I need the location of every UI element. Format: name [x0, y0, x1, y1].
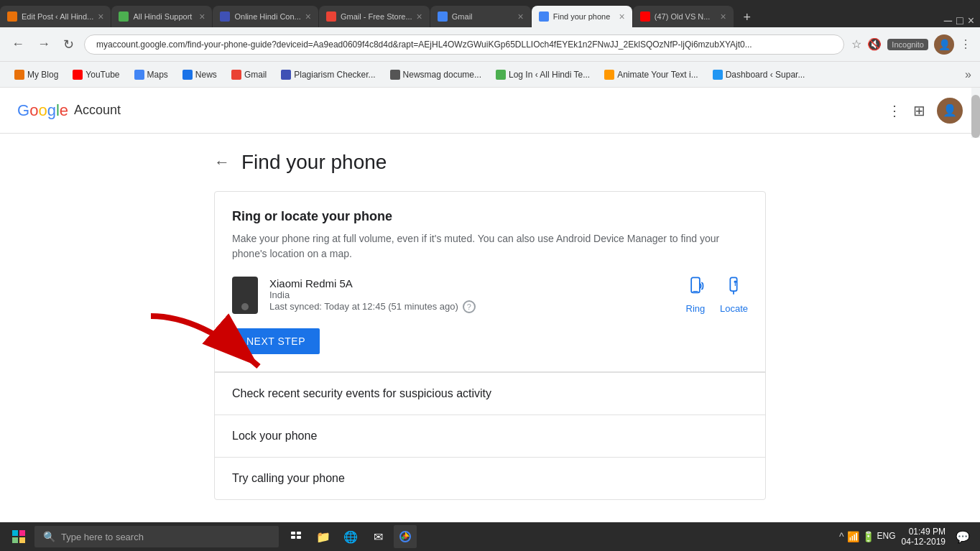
- window-controls: ─ □ ×: [944, 14, 980, 27]
- forward-nav-button[interactable]: →: [34, 34, 53, 55]
- tab-all-hindi[interactable]: All Hindi Support ×: [111, 6, 212, 27]
- notification-button[interactable]: 💬: [951, 525, 974, 548]
- tab-close-btn[interactable]: ×: [417, 11, 422, 22]
- tab-close-btn[interactable]: ×: [518, 11, 524, 22]
- bookmark-login-hindi[interactable]: Log In ‹ All Hindi Te...: [490, 68, 596, 82]
- tab-gmail-free[interactable]: Gmail - Free Store... ×: [319, 6, 430, 27]
- call-label: Try calling your phone: [232, 472, 345, 484]
- google-logo: Google: [17, 101, 68, 120]
- tab-title: Gmail: [452, 12, 514, 21]
- lock-label: Lock your phone: [232, 430, 317, 442]
- clock-area[interactable]: 01:49 PM 04-12-2019: [902, 527, 946, 547]
- refresh-button[interactable]: ↻: [60, 34, 77, 55]
- ring-action[interactable]: Ring: [685, 276, 706, 314]
- tab-gmail[interactable]: Gmail ×: [430, 6, 531, 27]
- tab-favicon: [539, 11, 549, 22]
- next-step-button[interactable]: NEXT STEP: [232, 328, 320, 354]
- security-section[interactable]: Check recent security events for suspici…: [215, 372, 765, 415]
- bookmark-newsmag[interactable]: Newsmag docume...: [384, 68, 487, 82]
- bookmark-plagiarism[interactable]: Plagiarism Checker...: [275, 68, 381, 82]
- minimize-button[interactable]: ─: [944, 14, 952, 27]
- tab-edit-post[interactable]: Edit Post ‹ All Hind... ×: [0, 6, 111, 27]
- chrome-taskbar-button[interactable]: [394, 525, 417, 548]
- svg-rect-0: [691, 277, 700, 292]
- svg-point-3: [734, 280, 737, 283]
- call-section[interactable]: Try calling your phone: [215, 457, 765, 499]
- apps-grid-button[interactable]: ⊞: [913, 102, 925, 119]
- svg-rect-1: [693, 291, 698, 292]
- page-title-row: ← Find your phone: [214, 151, 766, 174]
- lock-section[interactable]: Lock your phone: [215, 415, 765, 457]
- tab-close-btn[interactable]: ×: [199, 11, 205, 22]
- new-tab-button[interactable]: +: [737, 7, 757, 27]
- bookmark-label: Animate Your Text i...: [617, 70, 698, 80]
- chrome-taskbar-icon: [399, 531, 411, 542]
- taskbar-time: 01:49 PM: [902, 527, 946, 537]
- maximize-button[interactable]: □: [956, 14, 963, 27]
- bookmarks-more-button[interactable]: »: [965, 68, 971, 81]
- bookmark-maps[interactable]: Maps: [129, 68, 174, 82]
- task-view-button[interactable]: [285, 525, 308, 548]
- tab-title: All Hindi Support: [133, 12, 195, 21]
- bookmark-myblog[interactable]: My Blog: [9, 68, 64, 82]
- tab-close-btn[interactable]: ×: [98, 11, 103, 22]
- bookmark-news[interactable]: News: [177, 68, 223, 82]
- tab-close-btn[interactable]: ×: [721, 11, 726, 22]
- device-row: Xiaomi Redmi 5A India Last synced: Today…: [232, 276, 748, 314]
- back-button[interactable]: ←: [214, 153, 230, 172]
- up-arrow-icon[interactable]: ^: [839, 531, 844, 542]
- avatar-image: 👤: [943, 103, 957, 117]
- svg-rect-7: [12, 537, 18, 543]
- tab-close-btn[interactable]: ×: [619, 11, 625, 22]
- bookmark-dashboard[interactable]: Dashboard ‹ Supar...: [707, 68, 811, 82]
- bookmark-label: Maps: [147, 70, 168, 80]
- tab-favicon: [438, 11, 448, 22]
- user-avatar-icon[interactable]: 👤: [934, 34, 954, 55]
- more-options-icon[interactable]: ⋮: [960, 37, 971, 51]
- ring-section-description: Make your phone ring at full volume, eve…: [232, 231, 748, 261]
- bookmark-youtube[interactable]: YouTube: [67, 68, 125, 82]
- taskbar-search-text: Type here to search: [61, 532, 144, 542]
- maps-favicon: [134, 70, 144, 80]
- tab-close-btn[interactable]: ×: [305, 11, 311, 22]
- close-button[interactable]: ×: [968, 14, 974, 27]
- user-avatar[interactable]: 👤: [937, 98, 963, 124]
- email-button[interactable]: ✉: [366, 525, 389, 548]
- login-hindi-favicon: [496, 70, 506, 80]
- mute-icon[interactable]: 🔇: [867, 37, 882, 51]
- edge-browser-button[interactable]: 🌐: [339, 525, 362, 548]
- more-options-button[interactable]: ⋮: [887, 102, 902, 119]
- battery-icon[interactable]: 🔋: [862, 531, 874, 542]
- wifi-icon[interactable]: 📶: [847, 531, 859, 542]
- file-explorer-button[interactable]: 📁: [312, 525, 335, 548]
- tab-online-hindi[interactable]: Online Hindi Con... ×: [213, 6, 318, 27]
- bookmark-label: YouTube: [85, 70, 119, 80]
- bookmark-gmail[interactable]: Gmail: [226, 68, 272, 82]
- taskbar-search-icon: 🔍: [43, 531, 55, 542]
- svg-rect-8: [19, 537, 25, 543]
- bookmarks-bar: My Blog YouTube Maps News Gmail Plagiari…: [0, 62, 980, 88]
- scrollbar-thumb[interactable]: [971, 95, 980, 138]
- main-card: Ring or locate your phone Make your phon…: [214, 191, 766, 500]
- bookmark-label: Plagiarism Checker...: [294, 70, 375, 80]
- device-actions: Ring: [685, 276, 748, 314]
- address-bar: ← → ↻ ☆ 🔇 Incognito 👤 ⋮: [0, 27, 980, 62]
- locate-action[interactable]: Locate: [720, 276, 748, 314]
- browser-frame: Edit Post ‹ All Hind... × All Hindi Supp…: [0, 0, 980, 88]
- address-input[interactable]: [84, 34, 844, 55]
- taskbar-search-bar[interactable]: 🔍 Type here to search: [34, 526, 279, 547]
- security-label: Check recent security events for suspici…: [232, 387, 491, 399]
- youtube-favicon: [73, 70, 83, 80]
- phone-icon: [232, 277, 258, 314]
- tab-find-phone[interactable]: Find your phone ×: [532, 6, 632, 27]
- bookmark-star-icon[interactable]: ☆: [851, 37, 861, 51]
- tab-old-vs-new[interactable]: (47) Old VS N... ×: [633, 6, 734, 27]
- svg-rect-9: [291, 532, 295, 534]
- scrollbar-track[interactable]: [971, 88, 980, 138]
- help-icon[interactable]: ?: [463, 300, 476, 313]
- start-button[interactable]: [6, 524, 32, 550]
- bookmark-animate-text[interactable]: Animate Your Text i...: [598, 68, 704, 82]
- tab-title: Gmail - Free Store...: [341, 12, 412, 21]
- system-tray-icons: ^ 📶 🔋 ENG: [839, 531, 896, 542]
- back-nav-button[interactable]: ←: [9, 34, 27, 55]
